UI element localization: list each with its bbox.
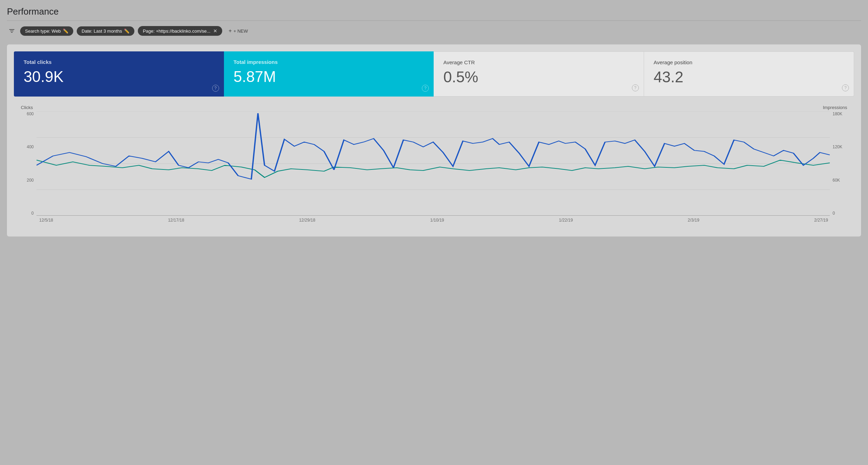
- chip-date[interactable]: Date: Last 3 months ✏️: [77, 26, 134, 36]
- chip-page-close-icon[interactable]: ✕: [213, 28, 217, 34]
- x-label-5: 1/22/19: [559, 218, 573, 223]
- svg-rect-0: [9, 29, 15, 30]
- metric-total-impressions[interactable]: Total impressions 5.87M ?: [224, 51, 434, 97]
- chip-search-type-label: Search type: Web: [25, 28, 61, 34]
- filter-icon: [8, 27, 15, 34]
- chart-left-axis-title: Clicks: [21, 105, 40, 110]
- chart-svg: [36, 111, 830, 216]
- x-label-4: 1/10/19: [430, 218, 444, 223]
- filter-bar: Search type: Web ✏️ Date: Last 3 months …: [7, 21, 861, 41]
- total-impressions-value: 5.87M: [234, 68, 424, 85]
- metrics-row: Total clicks 30.9K ? Total impressions 5…: [14, 51, 854, 97]
- metric-avg-position[interactable]: Average position 43.2 ?: [644, 51, 854, 97]
- total-clicks-label: Total clicks: [24, 59, 214, 65]
- page-title: Performance: [7, 6, 861, 17]
- main-card: Total clicks 30.9K ? Total impressions 5…: [7, 44, 861, 236]
- y-label-0-right: 0: [833, 211, 835, 216]
- chip-date-edit-icon: ✏️: [124, 28, 130, 34]
- x-label-7: 2/27/19: [814, 218, 828, 223]
- y-label-120k: 120K: [833, 144, 842, 149]
- x-label-3: 12/29/18: [299, 218, 315, 223]
- svg-rect-2: [11, 32, 13, 33]
- chip-search-type-edit-icon: ✏️: [63, 28, 68, 34]
- y-label-200: 200: [27, 178, 34, 183]
- chip-page-label: Page: +https://backlinko.com/se...: [143, 28, 210, 34]
- x-label-2: 12/17/18: [168, 218, 184, 223]
- chip-page[interactable]: Page: +https://backlinko.com/se... ✕: [138, 26, 222, 36]
- metric-avg-ctr[interactable]: Average CTR 0.5% ?: [434, 51, 644, 97]
- new-filter-label: + NEW: [234, 28, 248, 34]
- chart-container: Clicks Impressions 600 400 200 0: [14, 100, 854, 230]
- new-filter-plus-icon: +: [228, 28, 232, 34]
- page-header: Performance: [7, 0, 861, 21]
- avg-position-value: 43.2: [654, 69, 844, 85]
- total-impressions-label: Total impressions: [234, 59, 424, 65]
- y-label-400: 400: [27, 144, 34, 149]
- metric-total-clicks[interactable]: Total clicks 30.9K ?: [14, 51, 224, 97]
- y-label-0-left: 0: [31, 211, 34, 216]
- svg-rect-1: [10, 31, 14, 31]
- new-filter-button[interactable]: + + NEW: [226, 26, 251, 36]
- y-label-600: 600: [27, 111, 34, 116]
- chart-right-axis-title: Impressions: [823, 105, 847, 110]
- x-label-6: 2/3/19: [688, 218, 699, 223]
- chip-date-label: Date: Last 3 months: [82, 28, 122, 34]
- y-label-60k: 60K: [833, 178, 840, 183]
- total-clicks-value: 30.9K: [24, 68, 214, 85]
- page-wrapper: Performance Search type: Web ✏️ Date: La…: [0, 0, 868, 465]
- filter-icon-button[interactable]: [7, 26, 17, 36]
- total-clicks-help-icon[interactable]: ?: [212, 85, 219, 92]
- avg-ctr-value: 0.5%: [443, 69, 634, 85]
- y-label-180k: 180K: [833, 111, 842, 116]
- x-label-1: 12/5/18: [39, 218, 53, 223]
- avg-position-help-icon[interactable]: ?: [842, 84, 849, 91]
- avg-ctr-label: Average CTR: [443, 59, 634, 65]
- total-impressions-help-icon[interactable]: ?: [422, 85, 429, 92]
- chip-search-type[interactable]: Search type: Web ✏️: [20, 26, 73, 36]
- avg-ctr-help-icon[interactable]: ?: [632, 84, 639, 91]
- avg-position-label: Average position: [654, 59, 844, 65]
